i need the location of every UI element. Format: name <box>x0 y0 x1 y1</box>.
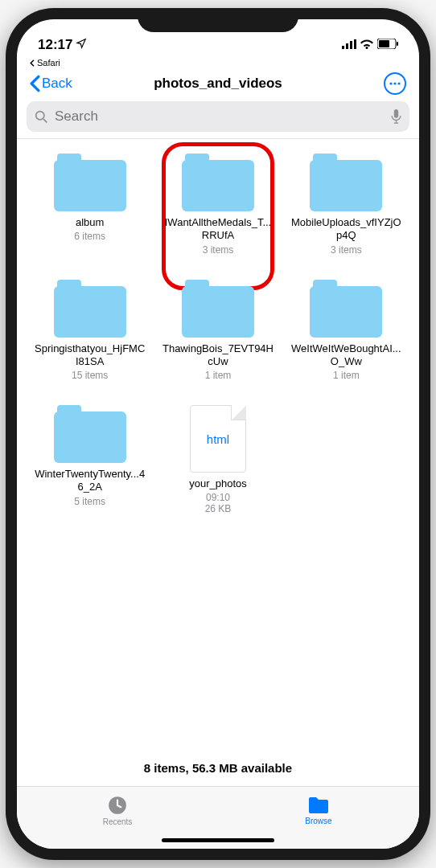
item-name: IWantAlltheMedals_T...RRUfA <box>162 216 274 243</box>
location-icon <box>76 37 87 53</box>
cellular-icon <box>342 37 356 53</box>
tab-browse[interactable]: Browse <box>218 787 419 834</box>
svg-rect-6 <box>397 42 398 46</box>
item-name: Springisthatyou_HjFMCI81SA <box>34 342 146 369</box>
svg-rect-2 <box>350 41 352 49</box>
folder-icon <box>54 280 126 338</box>
wifi-icon <box>360 37 374 53</box>
folder-icon <box>310 154 382 211</box>
item-name: ThawingBois_7EVT94HcUw <box>162 342 274 369</box>
nav-bar: Back photos_and_videos <box>17 68 419 101</box>
item-name: your_photos <box>189 477 247 490</box>
item-sub: 15 items <box>72 370 108 381</box>
search-bar[interactable] <box>27 101 409 132</box>
back-button[interactable]: Back <box>30 75 94 92</box>
phone-frame: 12:17 Safari <box>6 8 430 860</box>
status-time: 12:17 <box>38 37 72 53</box>
folder-icon <box>182 154 254 211</box>
folder-item[interactable]: WinterTwentyTwenty...46_2A 5 items <box>28 405 151 514</box>
item-sub: 3 items <box>331 244 362 256</box>
app-return-breadcrumb[interactable]: Safari <box>17 56 419 68</box>
item-sub: 09:10 26 KB <box>205 492 232 514</box>
folder-item[interactable]: Springisthatyou_HjFMCI81SA 15 items <box>28 280 151 382</box>
tab-recents[interactable]: Recents <box>17 787 218 834</box>
item-name: MobileUploads_vfIYZjOp4Q <box>290 216 402 243</box>
tab-label: Recents <box>103 817 133 826</box>
breadcrumb-app-label: Safari <box>37 58 60 68</box>
summary-text: 8 items, 56.3 MB available <box>17 747 419 786</box>
item-sub: 3 items <box>203 244 234 256</box>
microphone-icon[interactable] <box>391 109 401 124</box>
tab-label: Browse <box>305 817 331 825</box>
svg-rect-3 <box>354 39 356 49</box>
svg-point-7 <box>389 82 392 84</box>
back-label: Back <box>42 76 72 92</box>
item-name: WeItWeItWeBoughtAI...O_Ww <box>290 342 402 369</box>
item-sub: 6 items <box>74 231 105 242</box>
svg-rect-5 <box>379 40 389 47</box>
folder-item[interactable]: IWantAlltheMedals_T...RRUfA 3 items <box>156 154 279 256</box>
folder-icon <box>307 796 330 815</box>
item-name: album <box>76 216 104 229</box>
ellipsis-circle-icon <box>384 72 406 95</box>
items-grid: album 6 items IWantAlltheMedals_T...RRUf… <box>17 139 419 747</box>
folder-icon <box>310 280 382 338</box>
chevron-left-icon <box>30 75 40 92</box>
file-item[interactable]: html your_photos 09:10 26 KB <box>156 405 279 514</box>
folder-item[interactable]: album 6 items <box>28 154 151 256</box>
item-sub: 1 item <box>333 370 360 381</box>
folder-icon <box>54 405 126 463</box>
item-sub: 5 items <box>74 496 105 507</box>
folder-item[interactable]: ThawingBois_7EVT94HcUw 1 item <box>156 280 279 382</box>
search-input[interactable] <box>55 108 385 125</box>
clock-icon <box>107 795 128 816</box>
search-icon <box>35 110 48 124</box>
item-sub: 1 item <box>205 370 232 381</box>
svg-point-10 <box>36 111 44 119</box>
svg-rect-11 <box>394 109 398 118</box>
svg-rect-1 <box>346 43 348 49</box>
notch <box>138 8 298 32</box>
folder-icon <box>182 280 254 338</box>
file-icon: html <box>190 405 246 473</box>
folder-item[interactable]: MobileUploads_vfIYZjOp4Q 3 items <box>285 154 408 256</box>
file-badge: html <box>207 432 229 446</box>
svg-point-8 <box>393 82 396 84</box>
battery-icon <box>377 37 398 53</box>
screen: 12:17 Safari <box>17 19 419 849</box>
more-button[interactable] <box>342 72 406 95</box>
caret-left-icon <box>30 59 35 67</box>
folder-icon <box>54 154 126 211</box>
home-indicator[interactable] <box>162 838 274 842</box>
page-title: photos_and_videos <box>94 76 342 92</box>
svg-rect-0 <box>342 46 344 49</box>
folder-item[interactable]: WeItWeItWeBoughtAI...O_Ww 1 item <box>285 280 408 382</box>
svg-point-9 <box>397 82 400 84</box>
item-name: WinterTwentyTwenty...46_2A <box>34 468 146 494</box>
